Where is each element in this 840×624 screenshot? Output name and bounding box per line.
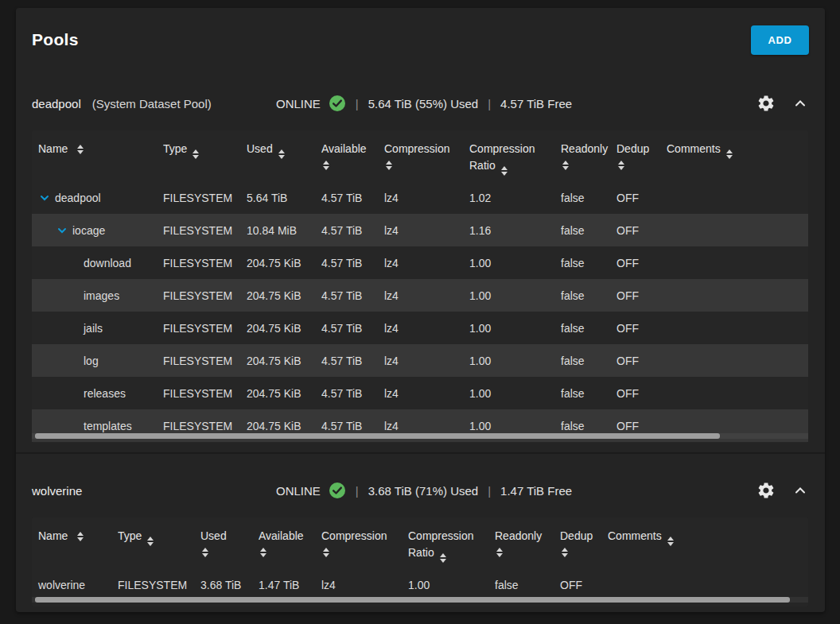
table-row: download FILESYSTEM 204.75 KiB 4.57 TiB … — [32, 246, 808, 279]
pool-status-label: ONLINE — [276, 484, 321, 498]
pool-section-wolverine: wolverine ONLINE | 3.68 TiB (71%) Used |… — [32, 471, 809, 607]
pool-free: 4.57 TiB Free — [500, 97, 572, 110]
column-header-available[interactable]: Available — [321, 141, 384, 170]
title-row: Pools ADD — [32, 8, 809, 65]
separator: | — [486, 97, 492, 110]
pool-collapse-button[interactable] — [791, 95, 809, 112]
sort-icon — [77, 532, 84, 541]
horizontal-scrollbar — [32, 433, 808, 439]
pool-name: deadpool — [32, 97, 81, 110]
column-header-dedup[interactable]: Dedup — [616, 141, 667, 170]
add-pool-button[interactable]: ADD — [751, 25, 809, 55]
table-row: releases FILESYSTEM 204.75 KiB 4.57 TiB … — [32, 377, 808, 409]
pool-collapse-button[interactable] — [791, 482, 809, 499]
separator: | — [354, 97, 360, 110]
column-header-compression-ratio[interactable]: Compression Ratio — [408, 528, 495, 563]
column-header-available[interactable]: Available — [259, 528, 321, 557]
table-row: iocage FILESYSTEM 10.84 MiB 4.57 TiB lz4… — [32, 214, 808, 246]
sort-icon — [440, 553, 446, 563]
pool-subtitle: (System Dataset Pool) — [92, 97, 212, 110]
column-header-readonly[interactable]: Readonly — [561, 141, 616, 170]
column-header-readonly[interactable]: Readonly — [495, 528, 560, 557]
table-row: wolverine FILESYSTEM 3.68 TiB 1.47 TiB l… — [32, 568, 808, 601]
table-header-row: Name Type Used Available Compression Com… — [32, 517, 808, 568]
separator: | — [354, 484, 360, 498]
sort-icon — [501, 166, 508, 176]
sort-icon — [77, 145, 84, 154]
expand-chevron-icon[interactable] — [38, 192, 51, 204]
pool-used: 3.68 TiB (71%) Used — [368, 484, 478, 498]
separator: | — [486, 484, 492, 498]
table-row: jails FILESYSTEM 204.75 KiB 4.57 TiB lz4… — [32, 312, 808, 344]
sort-icon — [726, 149, 733, 159]
column-header-compression[interactable]: Compression — [384, 141, 469, 170]
sort-icon — [147, 537, 154, 546]
gear-icon — [756, 481, 776, 500]
column-header-compression[interactable]: Compression — [321, 528, 408, 557]
pool-status-label: ONLINE — [276, 97, 321, 110]
column-header-comments[interactable]: Comments — [608, 528, 808, 546]
scrollbar-thumb[interactable] — [35, 597, 790, 603]
column-header-type[interactable]: Type — [163, 141, 247, 159]
scrollbar-thumb[interactable] — [35, 433, 720, 439]
sort-icon — [562, 161, 612, 170]
sort-icon — [202, 548, 254, 557]
pool-used: 5.64 TiB (55%) Used — [368, 97, 478, 110]
section-divider — [16, 452, 825, 454]
chevron-up-icon — [793, 483, 807, 498]
check-circle-icon — [329, 482, 346, 499]
pools-card: Pools ADD deadpool (System Dataset Pool)… — [16, 8, 825, 612]
sort-icon — [496, 548, 555, 557]
expand-chevron-icon[interactable] — [56, 224, 68, 237]
sort-icon — [323, 548, 403, 557]
table-header-row: Name Type Used Available Compression Com… — [32, 130, 808, 181]
pool-section-deadpool: deadpool (System Dataset Pool) ONLINE | … — [32, 83, 809, 443]
column-header-name[interactable]: Name — [32, 141, 163, 157]
pool-header-deadpool: deadpool (System Dataset Pool) ONLINE | … — [32, 83, 809, 124]
row-actions-button[interactable] — [791, 567, 803, 573]
sort-icon — [192, 149, 199, 159]
sort-icon — [386, 161, 465, 170]
column-header-dedup[interactable]: Dedup — [560, 528, 608, 557]
column-header-used[interactable]: Used — [200, 528, 259, 557]
sort-icon — [323, 161, 379, 170]
table-row: log FILESYSTEM 204.75 KiB 4.57 TiB lz4 1… — [32, 344, 808, 377]
column-header-compression-ratio[interactable]: Compression Ratio — [469, 141, 561, 176]
pool-settings-button[interactable] — [755, 92, 777, 114]
chevron-up-icon — [793, 96, 807, 110]
column-header-used[interactable]: Used — [247, 141, 321, 159]
sort-icon — [667, 537, 674, 546]
column-header-name[interactable]: Name — [32, 528, 118, 545]
pool-header-wolverine: wolverine ONLINE | 3.68 TiB (71%) Used |… — [32, 471, 809, 510]
horizontal-scrollbar — [32, 597, 808, 603]
sort-icon — [618, 161, 662, 170]
datasets-table-deadpool: Name Type Used Available Compression Com… — [32, 130, 808, 443]
sort-icon — [562, 548, 603, 557]
pool-free: 1.47 TiB Free — [500, 484, 572, 498]
page-title: Pools — [32, 30, 79, 49]
gear-icon — [756, 94, 776, 113]
pool-settings-button[interactable] — [755, 479, 777, 502]
sort-icon — [260, 548, 317, 557]
pool-status: ONLINE | 5.64 TiB (55%) Used | 4.57 TiB … — [276, 95, 572, 112]
pool-status: ONLINE | 3.68 TiB (71%) Used | 1.47 TiB … — [276, 482, 572, 499]
check-circle-icon — [329, 95, 346, 112]
table-row: deadpool FILESYSTEM 5.64 TiB 4.57 TiB lz… — [32, 181, 808, 214]
pool-name: wolverine — [32, 484, 82, 498]
sort-icon — [278, 149, 285, 159]
datasets-table-wolverine: Name Type Used Available Compression Com… — [32, 517, 808, 607]
column-header-type[interactable]: Type — [118, 528, 200, 546]
column-header-comments[interactable]: Comments — [667, 141, 808, 159]
table-row: images FILESYSTEM 204.75 KiB 4.57 TiB lz… — [32, 279, 808, 312]
